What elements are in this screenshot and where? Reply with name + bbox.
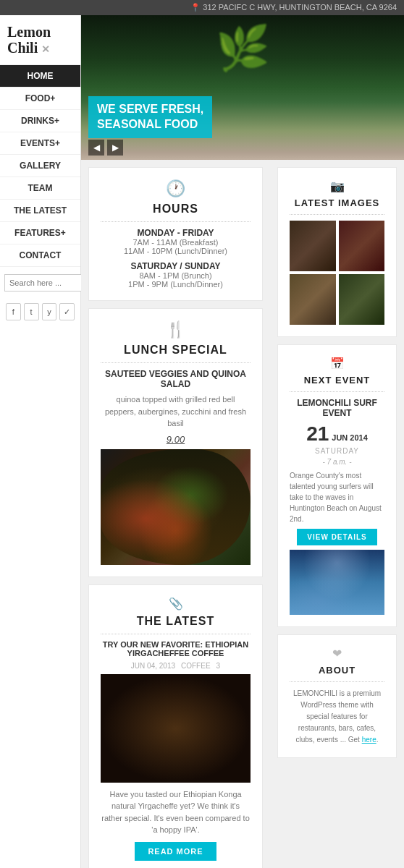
coffee-image <box>101 674 251 783</box>
search-area: GO <box>4 274 76 292</box>
top-bar: 📍 312 PACIFC C HWY, HUNTINGTON BEACH, CA… <box>0 0 404 15</box>
latest-section-title: THE LATEST <box>101 615 251 628</box>
weekday-time1: 7AM - 11AM (Breakfast) <box>101 238 251 247</box>
logo-line1: Lemon <box>7 24 51 40</box>
facebook-icon[interactable]: f <box>6 303 21 320</box>
post-title: TRY OUR NEW FAVORITE: ETHIOPIAN YIRGACHE… <box>101 640 251 658</box>
post-meta: JUN 04, 2013 COFFEE 3 <box>101 662 251 670</box>
logo-line2: Chili <box>7 40 38 56</box>
view-details-button[interactable]: VIEW DETAILS <box>297 529 376 545</box>
main-content: 🌿 WE SERVE FRESH, SEASONAL FOOD ◀ ▶ 🕐 HO… <box>81 15 404 868</box>
sidebar: Lemon Chili ✕ HOME FOOD+ DRINKS+ EVENTS+… <box>0 15 81 868</box>
latest-images-title: LATEST IMAGES <box>290 197 384 208</box>
next-event-title: NEXT EVENT <box>290 375 384 386</box>
nav-item-drinks[interactable]: DRINKS+ <box>0 110 80 132</box>
weekend-time2: 1PM - 9PM (Lunch/Dinner) <box>101 280 251 289</box>
latest-images-card: 📷 LATEST IMAGES <box>277 167 397 337</box>
hours-title: HOURS <box>101 203 251 216</box>
latest-post: TRY OUR NEW FAVORITE: ETHIOPIAN YIRGACHE… <box>101 640 251 861</box>
special-price: 9.00 <box>101 434 251 445</box>
pin-icon: 📎 <box>101 597 251 610</box>
about-text: LEMONCHILI is a premium WordPress theme … <box>290 688 384 746</box>
food-image <box>101 449 251 565</box>
post-tag: COFFEE <box>181 662 211 670</box>
clock-icon: 🕐 <box>101 179 251 198</box>
about-title: ABOUT <box>290 665 384 676</box>
hours-weekend: SATURDAY / SUNDAY 8AM - 1PM (Brunch) 1PM… <box>101 261 251 289</box>
post-comments: 3 <box>216 662 221 670</box>
read-more-button[interactable]: READ MORE <box>135 842 216 861</box>
social-icons: f t y ✓ <box>0 299 80 325</box>
event-time: - 7 a.m. - <box>290 458 384 466</box>
event-desc: Orange County's most talented young surf… <box>290 470 384 524</box>
hero-tagline-line1: WE SERVE FRESH, <box>97 102 203 117</box>
surf-image <box>290 550 384 615</box>
coffee-image-inner <box>101 674 251 783</box>
event-day: 21 <box>306 424 329 444</box>
logo: Lemon Chili ✕ <box>0 15 80 65</box>
post-date: JUN 04, 2013 <box>131 662 175 670</box>
heart-icon: ❤ <box>290 647 384 660</box>
hero-controls: ◀ ▶ <box>88 140 123 156</box>
images-grid <box>290 221 384 325</box>
special-desc: quinoa topped with grilled red bell pepp… <box>101 393 251 430</box>
nav-item-latest[interactable]: THE LATEST <box>0 200 80 222</box>
lunch-special-card: 🍴 LUNCH SPECIAL SAUTEED VEGGIES AND QUIN… <box>88 308 263 577</box>
nav-item-events[interactable]: EVENTS+ <box>0 132 80 155</box>
nav-item-contact[interactable]: CONTACT <box>0 244 80 267</box>
event-name: LEMONCHILI SURF EVENT <box>290 398 384 418</box>
calendar-icon: 📅 <box>290 357 384 370</box>
hours-weekdays: MONDAY - FRIDAY 7AM - 11AM (Breakfast) 1… <box>101 228 251 255</box>
event-date-row: 21 JUN 2014 <box>290 424 384 444</box>
image-thumb-4[interactable] <box>339 274 385 325</box>
food-image-inner <box>101 449 251 565</box>
hero-section: 🌿 WE SERVE FRESH, SEASONAL FOOD ◀ ▶ <box>81 15 404 160</box>
nav-item-team[interactable]: TEAM <box>0 177 80 200</box>
address-text: 📍 312 PACIFC C HWY, HUNTINGTON BEACH, CA… <box>190 3 397 12</box>
next-event-card: 📅 NEXT EVENT LEMONCHILI SURF EVENT 21 JU… <box>277 344 397 627</box>
cutlery-icon: 🍴 <box>101 320 251 339</box>
weekend-label: SATURDAY / SUNDAY <box>101 261 251 271</box>
weekday-time2: 11AM - 10PM (Lunch/Dinner) <box>101 247 251 255</box>
hero-next-button[interactable]: ▶ <box>107 140 123 156</box>
content-area: 🕐 HOURS MONDAY - FRIDAY 7AM - 11AM (Brea… <box>81 160 404 868</box>
special-name: SAUTEED VEGGIES AND QUINOA SALAD <box>101 369 251 389</box>
event-month-year: JUN 2014 <box>332 433 368 443</box>
image-thumb-2[interactable] <box>339 221 385 271</box>
right-column: 📷 LATEST IMAGES 📅 NEXT EVENT LEMON <box>270 160 404 868</box>
surf-image-inner <box>290 550 384 615</box>
event-dow: SATURDAY <box>290 447 384 455</box>
hero-prev-button[interactable]: ◀ <box>88 140 104 156</box>
image-thumb-3[interactable] <box>290 274 336 325</box>
nav-item-gallery[interactable]: GALLERY <box>0 155 80 177</box>
main-nav: HOME FOOD+ DRINKS+ EVENTS+ GALLERY TEAM … <box>0 65 80 267</box>
latest-post-card: 📎 THE LATEST TRY OUR NEW FAVORITE: ETHIO… <box>88 584 263 869</box>
hero-tagline-line2: SEASONAL FOOD <box>97 117 203 132</box>
about-card: ❤ ABOUT LEMONCHILI is a premium WordPres… <box>277 634 397 758</box>
hero-background: 🌿 <box>81 15 404 160</box>
about-link[interactable]: here <box>362 736 376 744</box>
post-desc: Have you tasted our Ethiopian Konga natu… <box>101 788 251 836</box>
checkmark-icon[interactable]: ✓ <box>59 303 75 320</box>
hero-text-box: WE SERVE FRESH, SEASONAL FOOD <box>88 96 212 138</box>
weekday-label: MONDAY - FRIDAY <box>101 228 251 238</box>
nav-item-features[interactable]: FEATURES+ <box>0 222 80 244</box>
yelp-icon[interactable]: y <box>42 303 57 320</box>
lunch-title: LUNCH SPECIAL <box>101 344 251 357</box>
logo-icon: ✕ <box>41 44 50 55</box>
image-thumb-1[interactable] <box>290 221 336 271</box>
twitter-icon[interactable]: t <box>24 303 39 320</box>
hours-card: 🕐 HOURS MONDAY - FRIDAY 7AM - 11AM (Brea… <box>88 167 263 301</box>
nav-item-home[interactable]: HOME <box>0 65 80 88</box>
about-period: . <box>376 736 379 744</box>
nav-item-food[interactable]: FOOD+ <box>0 88 80 110</box>
left-column: 🕐 HOURS MONDAY - FRIDAY 7AM - 11AM (Brea… <box>81 160 270 868</box>
camera-icon: 📷 <box>290 179 384 193</box>
weekend-time1: 8AM - 1PM (Brunch) <box>101 271 251 280</box>
